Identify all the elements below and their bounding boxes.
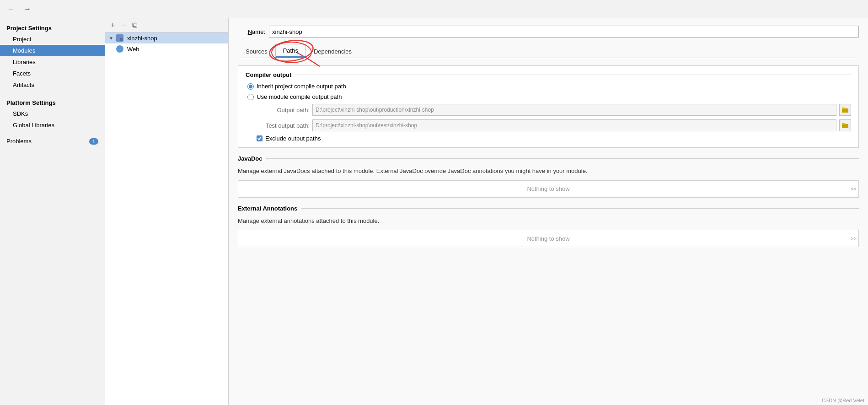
tree-arrow-icon: ▼ — [109, 36, 113, 41]
sidebar-item-global-libraries[interactable]: Global Libraries — [0, 119, 105, 131]
test-output-path-label: Test output path: — [255, 122, 310, 129]
back-button[interactable]: ← — [5, 4, 17, 14]
content-area: Name: Sources Paths Dependencies — [229, 18, 868, 405]
javadoc-title: JavaDoc — [238, 155, 859, 162]
radio-inherit-label: Inherit project compile output path — [257, 83, 346, 90]
remove-module-button[interactable]: − — [119, 20, 127, 30]
output-path-label: Output path: — [255, 107, 310, 113]
name-input[interactable] — [269, 26, 859, 38]
main-container: Project Settings Project Modules Librari… — [0, 18, 868, 405]
radio-use-module[interactable] — [247, 94, 254, 100]
name-label: Name: — [238, 28, 265, 35]
exclude-output-label: Exclude output paths — [265, 135, 321, 142]
tree-item-web-label: Web — [127, 46, 139, 53]
module-tree: + − ⧉ ▼ xinzhi-shop Web — [105, 18, 229, 405]
test-output-path-row: Test output path: — [246, 119, 851, 131]
name-row: Name: — [238, 26, 859, 38]
radio-inherit-row: Inherit project compile output path — [246, 83, 851, 90]
top-bar: ← → — [0, 0, 868, 18]
tree-toolbar: + − ⧉ — [105, 18, 228, 32]
sidebar-item-project[interactable]: Project — [0, 33, 105, 45]
watermark: CSDN @Red Velet — [822, 398, 864, 403]
svg-rect-1 — [842, 108, 848, 113]
ext-anno-description: Manage external annotations attached to … — [238, 216, 859, 226]
sidebar-item-sdks[interactable]: SDKs — [0, 108, 105, 119]
sidebar-item-libraries[interactable]: Libraries — [0, 56, 105, 68]
test-output-path-browse-button[interactable] — [839, 119, 851, 131]
copy-module-button[interactable]: ⧉ — [130, 20, 139, 30]
problems-label: Problems — [6, 138, 32, 145]
javadoc-nothing-to-show: Nothing to show >> — [238, 180, 859, 198]
web-icon — [116, 45, 123, 53]
output-path-row: Output path: — [246, 104, 851, 116]
module-icon — [116, 34, 123, 42]
javadoc-section: JavaDoc Manage external JavaDocs attache… — [238, 155, 859, 198]
ext-anno-expand-button[interactable]: >> — [851, 236, 857, 241]
add-module-button[interactable]: + — [109, 20, 117, 30]
output-path-browse-button[interactable] — [839, 104, 851, 116]
javadoc-expand-button[interactable]: >> — [851, 186, 857, 192]
sidebar-item-artifacts[interactable]: Artifacts — [0, 79, 105, 91]
tabs-row: Sources Paths Dependencies — [238, 44, 859, 58]
radio-inherit[interactable] — [247, 83, 254, 90]
javadoc-description: Manage external JavaDocs attached to thi… — [238, 167, 859, 176]
forward-button[interactable]: → — [21, 4, 34, 14]
external-annotations-title: External Annotations — [238, 205, 859, 212]
tree-item-xinzhi-shop[interactable]: ▼ xinzhi-shop — [105, 32, 228, 43]
exclude-output-row: Exclude output paths — [246, 135, 851, 142]
svg-rect-3 — [842, 124, 848, 128]
sidebar-item-facets[interactable]: Facets — [0, 68, 105, 79]
sidebar-item-problems[interactable]: Problems 1 — [0, 135, 105, 147]
tree-item-web[interactable]: Web — [105, 43, 228, 54]
tab-sources[interactable]: Sources — [238, 45, 275, 58]
problems-badge: 1 — [89, 138, 98, 145]
svg-rect-4 — [842, 123, 845, 124]
tab-dependencies[interactable]: Dependencies — [306, 45, 359, 58]
test-output-path-input[interactable] — [312, 119, 836, 131]
sidebar: Project Settings Project Modules Librari… — [0, 18, 105, 405]
project-settings-title: Project Settings — [0, 22, 105, 33]
compiler-output-title: Compiler output — [246, 71, 851, 78]
svg-rect-2 — [842, 108, 845, 109]
tree-item-label: xinzhi-shop — [127, 35, 157, 42]
ext-anno-nothing-to-show: Nothing to show >> — [238, 230, 859, 247]
sidebar-item-modules[interactable]: Modules — [0, 45, 105, 56]
radio-use-module-row: Use module compile output path — [246, 93, 851, 100]
folder-icon-2 — [842, 123, 848, 128]
folder-icon — [842, 107, 848, 113]
external-annotations-section: External Annotations Manage external ann… — [238, 205, 859, 248]
platform-settings-title: Platform Settings — [0, 97, 105, 108]
compiler-output-section: Compiler output Inherit project compile … — [238, 65, 859, 148]
exclude-output-checkbox[interactable] — [257, 135, 263, 141]
tab-paths[interactable]: Paths — [275, 44, 306, 58]
output-path-input[interactable] — [312, 104, 836, 116]
radio-use-module-label: Use module compile output path — [257, 93, 342, 100]
